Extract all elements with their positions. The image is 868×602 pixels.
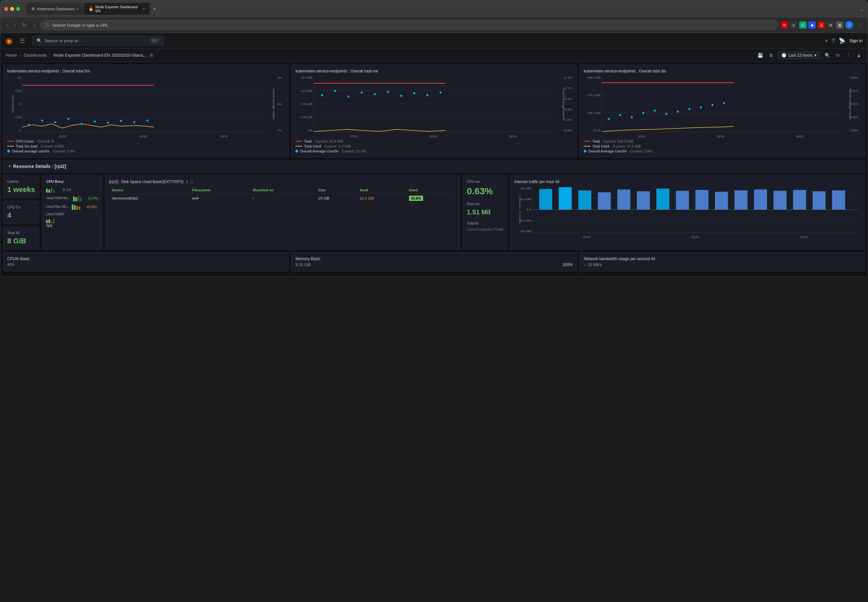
- svg-point-19: [348, 95, 349, 97]
- legend-label-avg-used-3: Overall Average Used%: [588, 149, 627, 153]
- tab-node-exporter-close[interactable]: ✕: [142, 7, 145, 11]
- grafana-topbar: ◉ ☰ 🔍 Search or jump to... ⌘K + ? 📡 Sign…: [0, 33, 868, 49]
- legend-label-total-2: Total: [304, 139, 312, 143]
- svg-point-6: [54, 121, 56, 123]
- save-icon[interactable]: 💾: [756, 51, 764, 59]
- ext-icon-7[interactable]: ▣: [836, 22, 844, 29]
- legend-label-total-3: Total: [592, 139, 600, 143]
- ext-icon-5[interactable]: 📕: [817, 22, 825, 29]
- col-avail[interactable]: Avail: [357, 187, 406, 194]
- zoom-out-icon[interactable]: 🔍: [823, 51, 831, 59]
- tab-node-exporter[interactable]: 🔥 Node Exporter Dashboard EN ✕: [84, 3, 150, 15]
- address-bar[interactable]: G Search Google or type a URL: [40, 20, 778, 30]
- browser-menu-icon[interactable]: ⌄: [859, 6, 864, 12]
- used-max-bars: [72, 204, 80, 210]
- breadcrumb-right: 💾 ⚙ 🕐 Last 12 hours ▾ 🔍 ↻ ⋮ ▲: [756, 51, 862, 59]
- col-mounted[interactable]: Mounted on: [250, 187, 316, 194]
- ext-icon-8[interactable]: J: [845, 21, 853, 29]
- time-range-button[interactable]: 🕐 Last 12 hours ▾: [778, 51, 820, 59]
- settings-icon[interactable]: ⚙: [768, 51, 775, 59]
- share-icon[interactable]: ⎘: [150, 53, 153, 58]
- ext-icon-1[interactable]: N: [781, 22, 788, 29]
- col-used[interactable]: Used: [406, 187, 456, 194]
- broadcast-icon[interactable]: 📡: [839, 38, 845, 44]
- breadcrumb-dashboards[interactable]: Dashboards: [24, 53, 47, 58]
- col-device[interactable]: Device: [109, 187, 190, 194]
- used-ram-label: Used RAM Me...: [46, 196, 70, 200]
- back-button[interactable]: ‹: [4, 21, 10, 29]
- disk-avail: 15.3 GiB: [357, 194, 406, 203]
- disk-external-icon[interactable]: ⬡: [190, 180, 193, 184]
- cpu-busy-panel: CPU Busy 8.1% Used RAM Me...: [42, 175, 102, 250]
- legend-line-yellow-3: [584, 146, 590, 147]
- memory-basic-value: 9.31 GiB: [295, 263, 311, 267]
- col-filesystem[interactable]: Filesystem: [190, 187, 250, 194]
- memory-basic-row: 9.31 GiB 100%: [295, 263, 573, 267]
- ext-icon-6[interactable]: ⊞: [827, 22, 834, 29]
- tab-kubernetes[interactable]: ⚙ Kubernetes Dashboard ✕: [27, 3, 83, 15]
- grafana-search[interactable]: 🔍 Search or jump to... ⌘K: [32, 36, 164, 45]
- hamburger-menu[interactable]: ☰: [18, 36, 27, 46]
- legend-label-5m-load: Total 5m load: [16, 144, 37, 148]
- close-button[interactable]: [4, 7, 8, 11]
- disk-used-badge: 43.8%: [409, 196, 423, 201]
- grafana-breadcrumb: Home › Dashboards › Node Exporter Dashbo…: [0, 49, 868, 62]
- cpu-cores-panel: CPU Co 4: [3, 201, 39, 224]
- disk-title-text: [rpi2] : Disk Space Used Basic(EXT?/XFS): [109, 180, 184, 184]
- help-icon[interactable]: ?: [832, 38, 835, 44]
- ext-icon-3[interactable]: G: [799, 22, 807, 29]
- memory-basic-panel: Memory Basic 9.31 GiB 100%: [291, 252, 577, 271]
- svg-point-5: [41, 120, 43, 121]
- home-button[interactable]: ⌂: [31, 21, 38, 29]
- svg-point-31: [631, 116, 633, 118]
- legend-item-total-2: Total Current: 15.3 GiB: [295, 139, 573, 143]
- new-tab-button[interactable]: +: [150, 3, 159, 15]
- max-bar-3: [77, 206, 78, 210]
- legend-3: Total Current: 514.9 GiB Total Used Curr…: [584, 139, 861, 153]
- forward-button[interactable]: ›: [12, 21, 18, 29]
- cpu-bar-4: [53, 190, 55, 193]
- legend-line-red-2: [295, 141, 302, 141]
- tab-kubernetes-close[interactable]: ✕: [76, 7, 79, 11]
- y-left-title-2: Total: [291, 101, 292, 107]
- maximize-button[interactable]: [16, 7, 20, 11]
- legend-1: CPU Cores Current: 8 Total 5m load Curre…: [7, 139, 284, 153]
- browser-more-icon[interactable]: ⋮: [855, 21, 864, 29]
- ext-icon-2[interactable]: ◎: [790, 22, 797, 29]
- breadcrumb-home[interactable]: Home: [6, 53, 17, 58]
- panel-5m-load: kubernetes-service-endpoints : Overall t…: [3, 64, 289, 157]
- legend-label-avg-used-2: Overall Average Used%: [300, 149, 338, 153]
- panel-disk: kubernetes-service-endpoints : Overall t…: [579, 64, 865, 157]
- small-stats-col: Uptime 1 weeks CPU Co 4 Total R/ 8 GiB: [3, 175, 39, 250]
- svg-point-37: [700, 106, 702, 108]
- section-resource-details[interactable]: ▾ Resource Details : [rpi2]: [3, 160, 865, 172]
- disk-size: 29 GiB: [315, 194, 357, 203]
- legend-current-avg-used-2: Current: 12.6%: [342, 149, 366, 153]
- col-size[interactable]: Size: [315, 187, 357, 194]
- network-panel: Network bandwidth usage per second All ↕…: [579, 252, 865, 271]
- plus-icon[interactable]: +: [825, 38, 828, 44]
- reload-button[interactable]: ↻: [20, 21, 28, 29]
- disk-info-icon[interactable]: ℹ: [186, 180, 188, 184]
- swap-bar-3: [51, 221, 52, 223]
- disk-mounted: /: [250, 194, 316, 203]
- topbar-right: + ? 📡 Sign in: [825, 38, 862, 44]
- svg-point-30: [619, 114, 621, 116]
- ext-icon-4[interactable]: ◆: [808, 22, 816, 29]
- internet-traffic-panel: Internet traffic per hour All transmit (…: [510, 175, 865, 250]
- traffic-y-labels: 191 MiB95.4 MiB0 B-95.4 MiB-191 MiB: [514, 187, 531, 233]
- refresh-icon[interactable]: ↻: [835, 51, 841, 59]
- y-left-title-3: Total: [579, 101, 580, 107]
- grafana-app: ◉ ☰ 🔍 Search or jump to... ⌘K + ? 📡 Sign…: [0, 33, 868, 276]
- ram-bar-2: [75, 197, 77, 201]
- svg-point-34: [665, 113, 667, 115]
- disk-used: 43.8%: [406, 194, 456, 203]
- minimize-button[interactable]: [10, 7, 14, 11]
- svg-rect-50: [676, 191, 689, 210]
- more-icon[interactable]: ⋮: [845, 51, 852, 59]
- collapse-icon[interactable]: ▲: [855, 51, 862, 59]
- sign-in-button[interactable]: Sign in: [849, 38, 862, 43]
- google-icon: G: [46, 22, 50, 28]
- tab-node-exporter-label: Node Exporter Dashboard EN: [95, 5, 141, 13]
- svg-point-22: [387, 91, 389, 93]
